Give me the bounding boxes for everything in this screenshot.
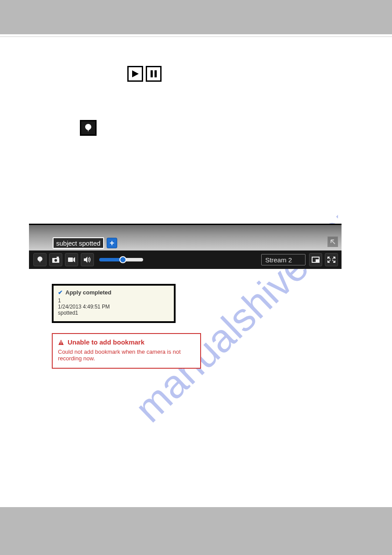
bookmark-balloon-icon [84,123,93,133]
apply-line-3: spotted1 [58,310,169,316]
speaker-icon [83,256,91,263]
apply-line-1: 1 [58,297,169,304]
error-title: Unable to add bookmark [68,338,144,346]
top-gray-bar [0,0,392,34]
bookmark-balloon-icon [36,256,43,264]
svg-rect-4 [57,257,59,258]
fullscreen-icon [327,257,335,263]
pause-button[interactable] [146,66,162,82]
svg-marker-8 [84,257,87,263]
pause-icon [150,70,158,78]
svg-rect-12 [61,341,61,343]
pip-button[interactable] [309,253,322,266]
slider-fill [99,258,122,261]
apply-completed-title: Apply completed [65,289,111,296]
stream-select[interactable]: Stream 2 [261,254,306,265]
snapshot-button[interactable] [49,253,62,266]
check-icon: ✔ [58,289,63,296]
svg-rect-1 [151,70,153,77]
svg-rect-10 [316,259,319,262]
bookmark-button-large[interactable] [80,120,97,136]
play-button[interactable] [127,66,143,82]
error-body: Could not add bookmark when the camera i… [58,348,195,362]
camera-icon [52,256,60,263]
arrow-nw-icon [330,239,336,245]
error-box: Unable to add bookmark Could not add boo… [52,333,201,369]
warning-icon [58,339,64,345]
fullscreen-button[interactable] [325,253,338,266]
svg-rect-6 [68,258,73,262]
player-toolbar: Stream 2 [29,250,342,269]
volume-slider[interactable] [99,258,143,261]
play-icon [131,70,139,78]
divider [0,36,392,37]
bookmark-label-row: subject spotted + [53,237,117,249]
bookmark-tool-button[interactable] [33,253,47,266]
pip-icon [312,257,320,263]
svg-rect-13 [61,343,61,344]
collapse-button[interactable] [327,236,338,247]
play-pause-row [127,66,162,82]
error-header: Unable to add bookmark [58,338,195,346]
svg-rect-2 [155,70,157,77]
player-preview-strip: subject spotted + [29,225,342,250]
apply-completed-box: ✔ Apply completed 1 1/24/2013 4:49:51 PM… [52,284,176,323]
svg-point-5 [54,259,57,262]
record-toggle-button[interactable] [65,253,78,266]
volume-button[interactable] [81,253,94,266]
svg-marker-0 [132,70,139,77]
video-player-bar: subject spotted + [29,224,342,268]
apply-line-2: 1/24/2013 4:49:51 PM [58,304,169,310]
bottom-gray-bar [0,507,392,555]
add-bookmark-button[interactable]: + [107,238,117,248]
videocam-icon [68,257,76,263]
bookmark-label-input[interactable]: subject spotted [53,237,104,249]
slider-thumb[interactable] [119,256,126,263]
apply-completed-header: ✔ Apply completed [58,289,169,296]
svg-marker-7 [73,257,75,262]
